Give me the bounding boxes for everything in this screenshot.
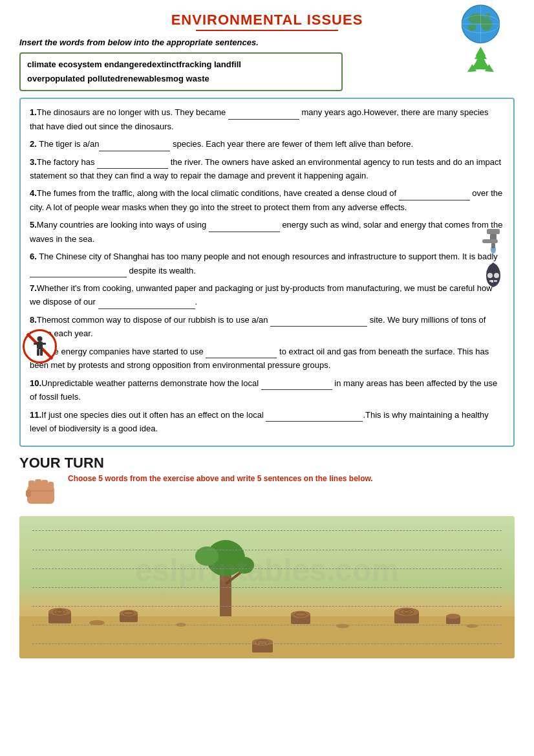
word-line-1: climate ecosystem endangeredextinctfrack… [27,59,241,69]
svg-rect-33 [41,480,48,490]
no-sign-icon [22,329,58,364]
svg-rect-32 [35,479,41,490]
svg-point-17 [487,273,493,278]
blank-10 [261,381,332,390]
blank-8 [270,318,367,327]
word-box: climate ecosystem endangeredextinctfrack… [19,52,343,91]
question-4: 4.The fumes from the traffic, along with… [30,186,504,214]
your-turn-row: Choose 5 words from the exercise above a… [19,474,515,510]
instructions-text: Insert the words from below into the app… [19,38,515,47]
your-turn-title: YOUR TURN [19,455,515,471]
svg-rect-31 [28,481,35,491]
blank-6 [30,268,127,277]
question-1: 1.The dinosaurs are no longer with us. T… [30,105,504,133]
main-content: ENVIRONMENTAL ISSUES Insert the words fr… [19,12,515,658]
question-3: 3.The factory has the river. The owners … [30,155,504,183]
exercise-box: 1.The dinosaurs are no longer with us. T… [19,98,515,447]
question-6: 6. The Chinese city of Shanghai has too … [30,250,504,277]
blank-7 [98,300,195,309]
svg-rect-14 [482,239,498,243]
header: ENVIRONMENTAL ISSUES [19,12,515,31]
faucet-decoration [477,225,509,291]
blank-2 [99,142,170,151]
title-underline [196,30,338,31]
svg-rect-27 [41,343,46,345]
faucet-icon [477,225,509,257]
svg-point-16 [491,246,496,254]
writing-line-5[interactable] [32,606,502,607]
svg-rect-21 [491,280,493,283]
blank-9 [206,349,277,358]
question-8: 8.Themost common way to dispose of our r… [30,313,504,341]
writing-line-6[interactable] [32,625,502,625]
writing-line-7[interactable] [32,643,502,644]
no-sign-decoration [22,329,58,366]
svg-rect-12 [487,229,500,234]
writing-line-3[interactable] [32,568,502,569]
skull-drop-icon [481,260,506,291]
svg-rect-29 [40,349,43,356]
blank-5 [209,223,280,232]
question-11: 11.If just one species dies out it often… [30,408,504,436]
word-line-2: overpopulated pollutedrenewablesmog wast… [27,74,209,83]
bottom-scene: eslprintables.com [19,516,515,658]
svg-rect-20 [494,280,497,282]
question-10: 10.Unpredictable weather patterns demons… [30,376,504,404]
svg-rect-28 [37,349,39,356]
your-turn-section: YOUR TURN Choose 5 [19,455,515,510]
writing-line-4[interactable] [32,587,502,588]
writing-lines-container [19,516,515,658]
blank-4 [399,191,470,200]
svg-rect-26 [34,343,39,345]
blank-11 [266,413,363,422]
blank-1 [228,111,299,120]
fist-icon [19,474,61,510]
question-9: 9.Some energy companies have started to … [30,345,504,373]
writing-line-2[interactable] [32,550,502,550]
svg-rect-34 [48,482,54,491]
svg-point-18 [494,273,499,278]
question-5: 5.Many countries are looking into ways o… [30,218,504,246]
your-turn-text-col: Choose 5 words from the exercise above a… [68,474,515,488]
page: ENVIRONMENTAL ISSUES Insert the words fr… [0,0,534,756]
svg-point-24 [37,336,43,341]
writing-line-1[interactable] [32,530,502,531]
page-title: ENVIRONMENTAL ISSUES [19,12,515,28]
svg-rect-25 [37,341,43,349]
question-2: 2. The tiger is a/an species. Each year … [30,137,504,151]
question-7: 7.Whether it's from cooking, unwanted pa… [30,281,504,309]
your-turn-instruction: Choose 5 words from the exercise above a… [68,474,515,483]
fist-svg [19,474,61,510]
blank-3 [97,160,168,169]
